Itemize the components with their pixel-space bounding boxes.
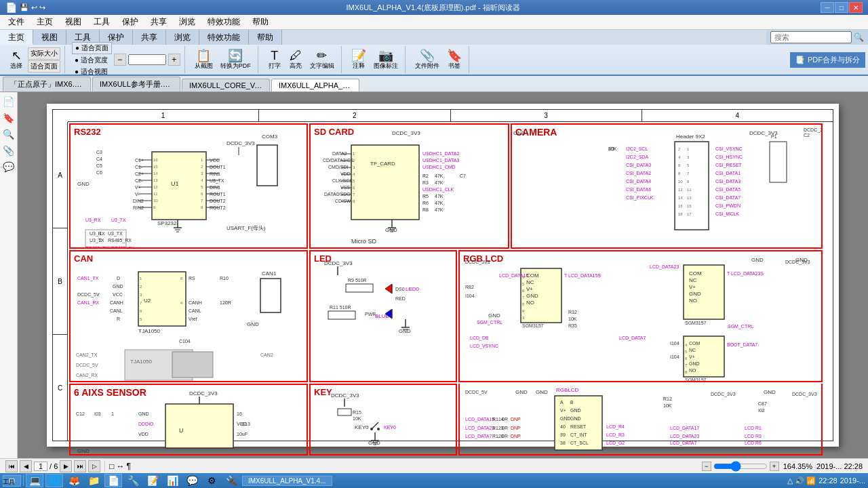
svg-text:C12: C12 bbox=[76, 411, 85, 416]
fit-width-status-btn[interactable]: ↔ bbox=[117, 462, 125, 471]
sidebar-icon-search[interactable]: 🔍 bbox=[2, 127, 16, 141]
taskbar-app-8[interactable]: 📊 bbox=[163, 474, 181, 487]
doc-tab-3[interactable]: IMX6ULL_ALPHA_V1...× bbox=[271, 79, 359, 92]
svg-text:C104: C104 bbox=[179, 339, 191, 344]
doc-tab-0[interactable]: 「正点原子」IMX6...× bbox=[3, 77, 91, 92]
svg-text:GND: GND bbox=[570, 416, 581, 421]
page-number-input[interactable] bbox=[34, 462, 47, 471]
sidebar-icon-bookmark[interactable]: 🔖 bbox=[2, 111, 16, 125]
zoom-in-status[interactable]: + bbox=[770, 462, 779, 471]
ribbon-tab-help[interactable]: 帮助 bbox=[249, 30, 282, 45]
doc-tab-2[interactable]: IMX6ULL_CORE_V...× bbox=[182, 79, 270, 92]
menu-item-browse[interactable]: 浏览 bbox=[174, 15, 201, 29]
fit-width-btn[interactable]: ● 适合宽度 bbox=[72, 55, 112, 66]
minimize-button[interactable]: ─ bbox=[821, 2, 834, 13]
svg-text:A: A bbox=[560, 400, 564, 405]
menu-item-file[interactable]: 文件 bbox=[3, 15, 30, 29]
close-button[interactable]: ✕ bbox=[849, 2, 863, 13]
menu-item-home[interactable]: 主页 bbox=[31, 15, 58, 29]
taskbar-app-7[interactable]: 📝 bbox=[144, 474, 161, 487]
reflow-btn[interactable]: ¶ bbox=[127, 462, 131, 471]
select-tool-button[interactable]: ↖ 选择 bbox=[7, 48, 26, 72]
pdf-content-area[interactable]: 1 2 3 4 A B C RS232 bbox=[18, 92, 868, 458]
ribbon-tab-view[interactable]: 视图 bbox=[33, 30, 66, 45]
taskbar-app-3[interactable]: 🦊 bbox=[65, 474, 83, 487]
ribbon-tab-share[interactable]: 共享 bbox=[133, 30, 166, 45]
print-char-button[interactable]: T 打字 bbox=[265, 48, 284, 72]
taskbar-app-1[interactable]: 💻 bbox=[26, 474, 43, 487]
svg-text:KEY0: KEY0 bbox=[355, 424, 369, 430]
menu-item-share[interactable]: 共享 bbox=[145, 15, 172, 29]
from-screenshot-button[interactable]: 📋 从截图 bbox=[192, 48, 216, 72]
col-marker-3: 3 bbox=[451, 110, 642, 121]
ribbon-tab-special[interactable]: 特效功能 bbox=[199, 30, 249, 45]
svg-text:120R: 120R bbox=[220, 300, 231, 305]
sidebar-icon-attach[interactable]: 📎 bbox=[2, 144, 16, 157]
svg-text:DCDC_3V3: DCDC_3V3 bbox=[226, 140, 255, 146]
taskbar-app-11[interactable]: 🔌 bbox=[222, 474, 240, 487]
taskbar-app-10[interactable]: ⚙ bbox=[203, 474, 220, 487]
sidebar-icon-comment[interactable]: 💬 bbox=[2, 160, 16, 174]
zoom-in-button[interactable]: + bbox=[168, 54, 180, 66]
zoom-input[interactable]: 164.35% bbox=[128, 54, 166, 65]
svg-text:LED0: LED0 bbox=[406, 286, 420, 292]
bookmark-button[interactable]: 🔖 书签 bbox=[444, 48, 465, 72]
note-button[interactable]: 📝 注释 bbox=[349, 48, 369, 72]
to-pdf-button[interactable]: 🔄 转换为PDF bbox=[218, 48, 254, 72]
fit-page-btn[interactable]: ● 适合页面 bbox=[72, 42, 112, 54]
svg-text:BOOT_DATA7: BOOT_DATA7 bbox=[727, 342, 757, 348]
svg-text:DCDC_3V3: DCDC_3V3 bbox=[804, 127, 821, 133]
fit-view-btn[interactable]: ● 适合视图 bbox=[72, 66, 112, 77]
menu-item-help[interactable]: 帮助 bbox=[247, 15, 274, 29]
zoom-out-button[interactable]: − bbox=[114, 54, 126, 66]
menu-item-protect[interactable]: 保护 bbox=[117, 15, 144, 29]
last-page-button[interactable]: ⏭ bbox=[74, 460, 86, 472]
svg-text:12: 12 bbox=[153, 185, 158, 189]
svg-text:C3: C3 bbox=[96, 150, 102, 155]
active-app-tab[interactable]: IMX6ULL_ALPHA_V1.4... bbox=[242, 476, 332, 486]
svg-text:CANL: CANL bbox=[110, 308, 123, 313]
svg-text:I2C2_SDA: I2C2_SDA bbox=[626, 155, 648, 160]
svg-text:0R: 0R bbox=[502, 434, 508, 439]
svg-text:16: 16 bbox=[237, 411, 242, 416]
text-edit-button[interactable]: ✏ 文字编辑 bbox=[307, 48, 337, 72]
search-input[interactable] bbox=[770, 31, 852, 43]
maximize-button[interactable]: □ bbox=[835, 2, 848, 13]
taskbar-app-4[interactable]: 📁 bbox=[85, 474, 102, 487]
prev-page-button[interactable]: ◀ bbox=[20, 460, 32, 472]
combine-label[interactable]: PDF合并与拆分 bbox=[808, 55, 860, 65]
first-page-button[interactable]: ⏮ bbox=[5, 460, 18, 472]
actual-size-button[interactable]: 实际大小 bbox=[28, 47, 60, 60]
search-icon[interactable]: 🔍 bbox=[854, 33, 864, 42]
svg-text:LCD R1: LCD R1 bbox=[745, 426, 762, 430]
taskbar-app-2[interactable]: 🌐 bbox=[45, 474, 63, 487]
menu-item-view[interactable]: 视图 bbox=[60, 15, 87, 29]
ribbon-tab-home[interactable]: 主页 bbox=[0, 30, 33, 45]
svg-text:C4: C4 bbox=[96, 157, 102, 161]
svg-text:PWR: PWR bbox=[365, 312, 376, 317]
taskbar-app-6[interactable]: 🔧 bbox=[124, 474, 142, 487]
play-button[interactable]: ▷ bbox=[88, 460, 100, 472]
svg-text:GND: GND bbox=[751, 257, 764, 263]
attachment-button[interactable]: 📎 文件附件 bbox=[412, 48, 442, 72]
fit-page-button[interactable]: 适合页面 bbox=[28, 60, 60, 73]
zoom-slider[interactable] bbox=[713, 461, 768, 472]
doc-tab-1[interactable]: IMX6ULL参考手册.pdf× bbox=[92, 77, 180, 92]
snapshot-button[interactable]: 📷 图像标注 bbox=[371, 48, 401, 72]
taskbar-app-9[interactable]: 💬 bbox=[183, 474, 201, 487]
svg-text:C6: C6 bbox=[96, 170, 102, 175]
sidebar-icon-page[interactable]: 📄 bbox=[2, 95, 16, 108]
highlight-button[interactable]: 🖊 高亮 bbox=[286, 48, 305, 72]
search-box[interactable]: 🔍 bbox=[766, 30, 868, 45]
fit-page-status-btn[interactable]: □ bbox=[109, 462, 114, 471]
svg-text:CSI_DATA5: CSI_DATA5 bbox=[715, 187, 741, 192]
svg-text:RS485_RX: RS485_RX bbox=[108, 238, 132, 243]
menu-item-tools[interactable]: 工具 bbox=[88, 15, 115, 29]
ribbon-tab-browse[interactable]: 浏览 bbox=[166, 30, 199, 45]
zoom-out-status[interactable]: − bbox=[702, 462, 711, 471]
menu-item-special[interactable]: 特效功能 bbox=[202, 15, 245, 29]
next-page-button[interactable]: ▶ bbox=[60, 460, 72, 472]
svg-text:RS: RS bbox=[189, 276, 195, 281]
taskbar-app-5[interactable]: 📄 bbox=[104, 474, 122, 487]
svg-text:GND: GND bbox=[764, 389, 776, 395]
